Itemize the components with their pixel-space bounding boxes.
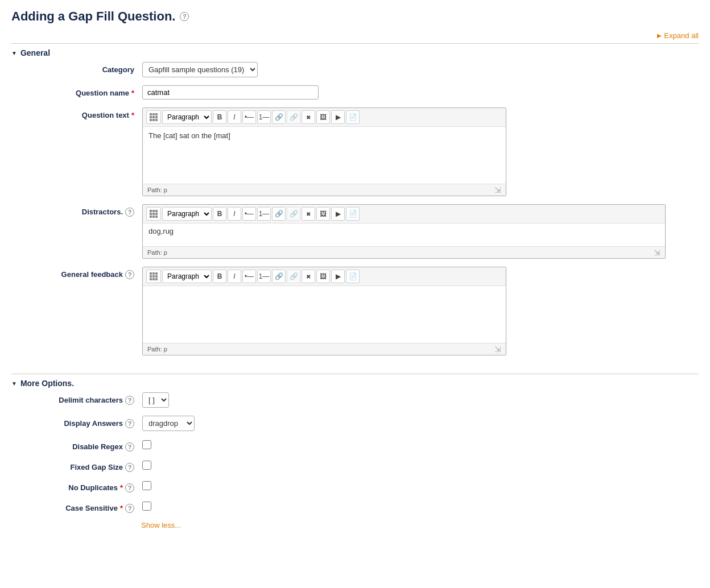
expand-all-button[interactable]: Expand all xyxy=(657,31,699,40)
category-row: Category Gapfill sample questions (19) xyxy=(11,62,699,77)
toolbar-link-btn[interactable]: 🔗 xyxy=(272,110,286,124)
display-answers-help-icon[interactable]: ? xyxy=(125,419,134,428)
disable-regex-row: Disable Regex ? xyxy=(11,439,699,452)
feedback-media-btn[interactable]: ▶ xyxy=(331,270,345,283)
page-help-icon[interactable]: ? xyxy=(180,12,189,21)
no-duplicates-checkbox[interactable] xyxy=(142,481,151,490)
toolbar-italic-btn[interactable]: I xyxy=(228,110,241,124)
toolbar-template-btn[interactable]: 📄 xyxy=(346,110,360,124)
case-sensitive-help-icon[interactable]: ? xyxy=(125,504,134,513)
general-section-content: Category Gapfill sample questions (19) Q… xyxy=(11,62,699,369)
toolbar-image-btn[interactable]: 🖼 xyxy=(316,110,330,124)
display-answers-control: dragdrop dropdown gapfill xyxy=(142,416,693,431)
delimit-select[interactable]: [ ] { } ( ) xyxy=(142,392,169,408)
feedback-italic-btn[interactable]: I xyxy=(228,270,241,283)
distractors-footer: Path: p ⇲ xyxy=(143,246,665,258)
category-label: Category xyxy=(17,62,142,74)
feedback-bullet-btn[interactable]: •— xyxy=(242,270,256,283)
distractors-body[interactable]: dog,rug xyxy=(143,223,665,246)
distractors-toolbar-table-btn[interactable] xyxy=(146,207,161,221)
no-duplicates-required: * xyxy=(120,483,123,492)
question-name-label: Question name* xyxy=(17,85,142,97)
fixed-gap-label: Fixed Gap Size ? xyxy=(17,459,142,472)
toolbar-bold-btn[interactable]: B xyxy=(213,110,226,124)
distractors-para-select[interactable]: Paragraph xyxy=(162,207,212,221)
more-options-header[interactable]: More Options. xyxy=(11,374,699,392)
case-sensitive-checkbox[interactable] xyxy=(142,502,151,511)
distractors-numbered-btn[interactable]: 1— xyxy=(257,207,271,221)
distractors-image-btn[interactable]: 🖼 xyxy=(316,207,330,221)
question-name-input[interactable] xyxy=(142,85,319,100)
distractors-media-btn[interactable]: ▶ xyxy=(331,207,345,221)
feedback-bold-btn[interactable]: B xyxy=(213,270,226,283)
general-feedback-help-icon[interactable]: ? xyxy=(125,270,134,279)
delimit-help-icon[interactable]: ? xyxy=(125,396,134,405)
distractors-control: Paragraph B I •— 1— 🔗 🔗 ✖ 🖼 ▶ 📄 xyxy=(142,204,693,259)
delimit-row: Delimit characters ? [ ] { } ( ) xyxy=(11,392,699,408)
show-less-button[interactable]: Show less... xyxy=(141,521,181,529)
distractors-template-btn[interactable]: 📄 xyxy=(346,207,360,221)
feedback-clean-btn[interactable]: ✖ xyxy=(302,270,315,283)
general-feedback-label: General feedback ? xyxy=(17,267,142,279)
question-text-footer: Path: p ⇲ xyxy=(143,184,506,196)
general-feedback-toolbar: Paragraph B I •— 1— 🔗 🔗 ✖ 🖼 ▶ 📄 xyxy=(143,267,506,286)
feedback-resize-handle[interactable]: ⇲ xyxy=(494,345,501,354)
feedback-para-select[interactable]: Paragraph xyxy=(162,270,212,283)
disable-regex-label: Disable Regex ? xyxy=(17,439,142,452)
feedback-toolbar-table-btn[interactable] xyxy=(146,270,161,283)
toolbar-table-btn[interactable] xyxy=(146,110,161,124)
toolbar-media-btn[interactable]: ▶ xyxy=(331,110,345,124)
display-answers-row: Display Answers ? dragdrop dropdown gapf… xyxy=(11,416,699,431)
general-section-header[interactable]: General xyxy=(11,44,699,62)
fixed-gap-help-icon[interactable]: ? xyxy=(125,463,134,472)
display-answers-label: Display Answers ? xyxy=(17,416,142,428)
feedback-template-btn[interactable]: 📄 xyxy=(346,270,360,283)
distractors-label: Distractors. ? xyxy=(17,204,142,217)
distractors-resize-handle[interactable]: ⇲ xyxy=(654,248,661,257)
fixed-gap-row: Fixed Gap Size ? xyxy=(11,459,699,472)
feedback-link-btn[interactable]: 🔗 xyxy=(272,270,286,283)
distractors-link-btn[interactable]: 🔗 xyxy=(272,207,286,221)
disable-regex-checkbox[interactable] xyxy=(142,440,151,449)
disable-regex-help-icon[interactable]: ? xyxy=(125,442,134,452)
question-text-toolbar: Paragraph B I •— 1— 🔗 🔗 ✖ 🖼 ▶ 📄 xyxy=(143,108,506,127)
no-duplicates-control xyxy=(142,480,693,492)
question-text-control: Paragraph B I •— 1— 🔗 🔗 ✖ 🖼 ▶ 📄 xyxy=(142,107,693,196)
question-name-required: * xyxy=(131,89,134,97)
distractors-help-icon[interactable]: ? xyxy=(125,208,134,217)
toolbar-paragraph-select[interactable]: Paragraph xyxy=(162,110,212,124)
fixed-gap-checkbox[interactable] xyxy=(142,461,151,470)
feedback-numbered-btn[interactable]: 1— xyxy=(257,270,271,283)
question-text-body[interactable]: The [cat] sat on the [mat] xyxy=(143,127,506,184)
distractors-bullet-btn[interactable]: •— xyxy=(242,207,256,221)
question-name-row: Question name* xyxy=(11,85,699,100)
general-feedback-row: General feedback ? Parag xyxy=(11,267,699,355)
category-select[interactable]: Gapfill sample questions (19) xyxy=(142,62,258,77)
general-feedback-control: Paragraph B I •— 1— 🔗 🔗 ✖ 🖼 ▶ 📄 xyxy=(142,267,693,355)
general-feedback-editor: Paragraph B I •— 1— 🔗 🔗 ✖ 🖼 ▶ 📄 xyxy=(142,267,506,355)
feedback-image-btn[interactable]: 🖼 xyxy=(316,270,330,283)
feedback-unlink-btn[interactable]: 🔗 xyxy=(287,270,300,283)
toolbar-bullet-btn[interactable]: •— xyxy=(242,110,256,124)
display-answers-select[interactable]: dragdrop dropdown gapfill xyxy=(142,416,195,431)
case-sensitive-control xyxy=(142,500,693,512)
category-control: Gapfill sample questions (19) xyxy=(142,62,693,77)
general-feedback-body[interactable] xyxy=(143,286,506,343)
distractors-unlink-btn[interactable]: 🔗 xyxy=(287,207,300,221)
no-duplicates-row: No Duplicates* ? xyxy=(11,480,699,492)
general-section: General Category Gapfill sample question… xyxy=(11,43,699,369)
toolbar-numbered-btn[interactable]: 1— xyxy=(257,110,271,124)
distractors-italic-btn[interactable]: I xyxy=(228,207,241,221)
question-name-control xyxy=(142,85,693,100)
no-duplicates-help-icon[interactable]: ? xyxy=(125,483,134,492)
delimit-label: Delimit characters ? xyxy=(17,392,142,405)
question-text-label: Question text* xyxy=(17,107,142,119)
expand-all-row: Expand all xyxy=(11,31,699,40)
case-sensitive-row: Case Sensitive* ? xyxy=(11,500,699,513)
distractors-row: Distractors. ? Paragraph xyxy=(11,204,699,259)
distractors-bold-btn[interactable]: B xyxy=(213,207,226,221)
toolbar-clean-btn[interactable]: ✖ xyxy=(302,110,315,124)
toolbar-unlink-btn[interactable]: 🔗 xyxy=(287,110,300,124)
resize-handle[interactable]: ⇲ xyxy=(494,185,501,194)
distractors-clean-btn[interactable]: ✖ xyxy=(302,207,315,221)
